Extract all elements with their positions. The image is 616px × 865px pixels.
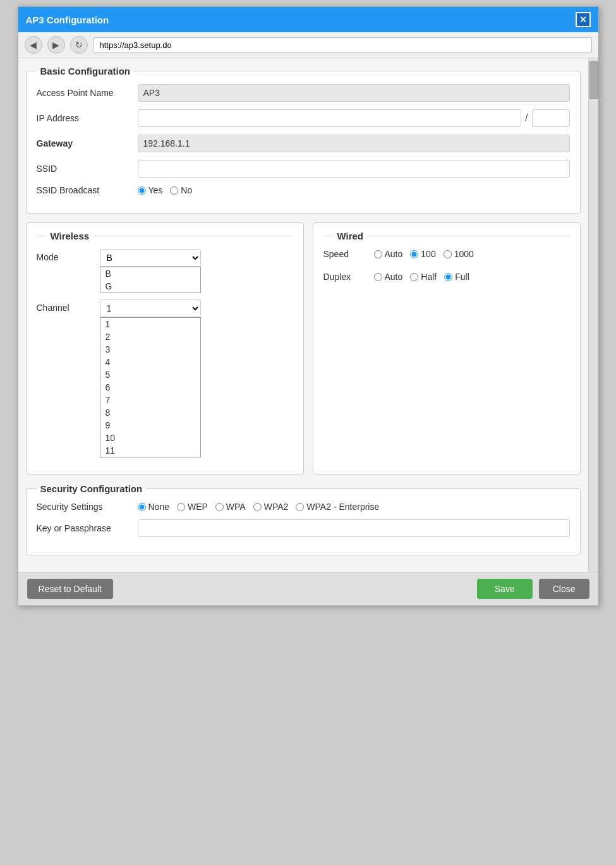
speed-auto-option[interactable]: Auto xyxy=(374,249,403,259)
security-settings-group: None WEP WPA xyxy=(138,502,380,512)
speed-1000-label: 1000 xyxy=(454,249,474,259)
security-config-section: Security Configuration Security Settings… xyxy=(26,483,581,555)
ch-item-2[interactable]: 2 xyxy=(100,330,200,343)
forward-button[interactable]: ▶ xyxy=(47,36,65,54)
security-wep-radio[interactable] xyxy=(177,503,185,511)
basic-config-legend: Basic Configuration xyxy=(37,66,135,76)
security-none-radio[interactable] xyxy=(138,503,146,511)
security-wpa-option[interactable]: WPA xyxy=(215,502,246,512)
gateway-input[interactable] xyxy=(138,135,570,152)
security-wpa2-enterprise-radio[interactable] xyxy=(296,503,304,511)
basic-config-section: Basic Configuration Access Point Name IP… xyxy=(26,66,581,214)
ssid-broadcast-yes-radio[interactable] xyxy=(138,186,146,195)
security-settings-label: Security Settings xyxy=(37,502,138,512)
mode-dropdown-list: B G xyxy=(100,267,201,293)
ssid-broadcast-no-label: No xyxy=(181,185,192,195)
gateway-row: Gateway xyxy=(37,135,570,152)
duplex-full-label: Full xyxy=(455,272,469,282)
close-window-button[interactable]: ✕ xyxy=(576,12,591,27)
ch-item-6[interactable]: 6 xyxy=(100,381,200,394)
security-wep-option[interactable]: WEP xyxy=(177,502,208,512)
ch-item-8[interactable]: 8 xyxy=(100,406,200,419)
duplex-half-option[interactable]: Half xyxy=(410,272,437,282)
speed-100-radio[interactable] xyxy=(410,250,418,258)
scrollbar[interactable] xyxy=(588,58,598,572)
footer: Reset to Default Save Close xyxy=(18,572,598,605)
access-point-name-label: Access Point Name xyxy=(37,88,138,98)
wireless-section: Wireless Mode B G xyxy=(26,222,304,475)
url-bar[interactable] xyxy=(93,37,592,53)
speed-100-option[interactable]: 100 xyxy=(410,249,435,259)
main-content: Basic Configuration Access Point Name IP… xyxy=(18,58,588,572)
security-none-option[interactable]: None xyxy=(138,502,169,512)
wired-duplex-group: Auto Half Full xyxy=(374,272,469,282)
mode-item-g[interactable]: G xyxy=(100,280,200,293)
security-wpa-radio[interactable] xyxy=(215,503,224,511)
wired-section: Wired Speed Auto xyxy=(313,222,581,475)
ch-item-11[interactable]: 11 xyxy=(100,444,200,457)
ip-address-input[interactable] xyxy=(138,109,522,127)
ip-address-row: IP Address / xyxy=(37,109,570,127)
wireless-channel-control: 1 2 3 4 5 6 7 8 9 10 xyxy=(100,299,293,457)
wired-speed-label: Speed xyxy=(323,249,374,259)
speed-1000-option[interactable]: 1000 xyxy=(444,249,474,259)
title-bar: AP3 Configuration ✕ xyxy=(18,7,598,32)
browser-bar: ◀ ▶ ↻ xyxy=(18,32,598,58)
security-wpa2-label: WPA2 xyxy=(264,502,289,512)
wired-speed-group: Auto 100 1000 xyxy=(374,249,474,259)
wired-duplex-label: Duplex xyxy=(323,272,374,282)
speed-auto-label: Auto xyxy=(385,249,403,259)
ssid-broadcast-no-option[interactable]: No xyxy=(170,185,192,195)
wired-duplex-row: Duplex Auto Half xyxy=(323,272,570,282)
scrollbar-thumb[interactable] xyxy=(589,61,598,99)
content-area: Basic Configuration Access Point Name IP… xyxy=(18,58,598,572)
duplex-full-option[interactable]: Full xyxy=(444,272,469,282)
back-button[interactable]: ◀ xyxy=(25,36,42,54)
ch-item-9[interactable]: 9 xyxy=(100,419,200,432)
duplex-auto-label: Auto xyxy=(385,272,403,282)
security-none-label: None xyxy=(148,502,169,512)
duplex-auto-option[interactable]: Auto xyxy=(374,272,403,282)
security-settings-row: Security Settings None WEP xyxy=(37,502,570,512)
duplex-full-radio[interactable] xyxy=(444,273,452,281)
security-config-legend: Security Configuration xyxy=(37,483,147,494)
wireless-mode-label: Mode xyxy=(37,249,100,262)
save-button[interactable]: Save xyxy=(477,579,533,599)
ch-item-3[interactable]: 3 xyxy=(100,343,200,356)
ssid-broadcast-no-radio[interactable] xyxy=(170,186,178,195)
wireless-legend: Wireless xyxy=(37,231,293,241)
security-wpa-label: WPA xyxy=(226,502,246,512)
security-wpa2-option[interactable]: WPA2 xyxy=(253,502,289,512)
security-wpa2-radio[interactable] xyxy=(253,503,262,511)
ssid-broadcast-yes-label: Yes xyxy=(148,185,163,195)
close-button[interactable]: Close xyxy=(539,579,589,599)
wireless-mode-select[interactable]: B G xyxy=(100,249,201,267)
speed-1000-radio[interactable] xyxy=(444,250,452,258)
mode-item-b[interactable]: B xyxy=(100,267,200,280)
ssid-input[interactable] xyxy=(138,160,570,178)
key-passphrase-label: Key or Passphrase xyxy=(37,523,138,533)
wireless-channel-select[interactable]: 1 2 3 4 5 6 7 8 9 10 xyxy=(100,299,201,317)
ch-item-5[interactable]: 5 xyxy=(100,368,200,381)
ip-prefix-input[interactable] xyxy=(532,109,570,127)
duplex-half-radio[interactable] xyxy=(410,273,418,281)
key-passphrase-input[interactable] xyxy=(138,519,570,537)
ch-item-10[interactable]: 10 xyxy=(100,432,200,444)
speed-auto-radio[interactable] xyxy=(374,250,382,258)
footer-btn-group: Save Close xyxy=(477,579,589,599)
key-passphrase-row: Key or Passphrase xyxy=(37,519,570,537)
ch-item-1[interactable]: 1 xyxy=(100,318,200,330)
forward-icon: ▶ xyxy=(52,40,59,50)
reset-button[interactable]: Reset to Default xyxy=(27,579,113,599)
security-wpa2-enterprise-label: WPA2 - Enterprise xyxy=(306,502,379,512)
refresh-button[interactable]: ↻ xyxy=(70,36,88,54)
ch-item-4[interactable]: 4 xyxy=(100,356,200,368)
access-point-name-input[interactable] xyxy=(138,84,570,102)
ch-item-7[interactable]: 7 xyxy=(100,394,200,406)
ssid-row: SSID xyxy=(37,160,570,178)
security-wpa2-enterprise-option[interactable]: WPA2 - Enterprise xyxy=(296,502,379,512)
ssid-broadcast-group: Yes No xyxy=(138,185,193,195)
ip-address-label: IP Address xyxy=(37,113,138,123)
duplex-auto-radio[interactable] xyxy=(374,273,382,281)
ssid-broadcast-yes-option[interactable]: Yes xyxy=(138,185,163,195)
